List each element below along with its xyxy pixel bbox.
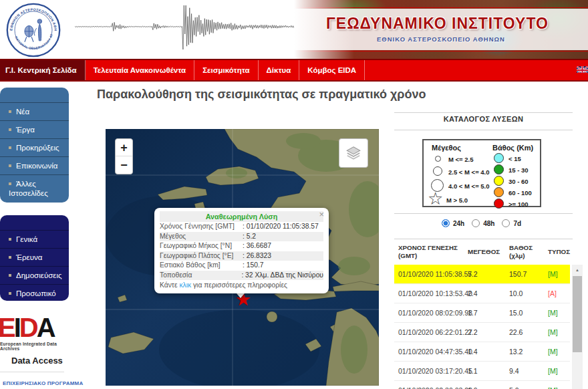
depth-swatch bbox=[494, 187, 504, 197]
sidebar-panel-bottom: Γενικά Έρευνα Δημοσιεύσεις Προσωπικό bbox=[0, 215, 69, 301]
nav-item-home[interactable]: Γ.Ι. Κεντρική Σελίδα bbox=[0, 60, 86, 80]
bullet-icon bbox=[9, 164, 11, 167]
legend-depth-title: Βάθος (Km) bbox=[492, 144, 533, 152]
bullet-icon bbox=[9, 110, 11, 113]
catalog-title: ΚΑΤΑΛΟΓΟΣ ΛΥΣΕΩΝ bbox=[394, 115, 573, 123]
operational-program-label: ΕΠΙΧΕΙΡΗΣΙΑΚΟ ΠΡΟΓΡΑΜΜΑ bbox=[3, 380, 83, 386]
nav-item-announcements[interactable]: Τελευταία Ανακοινωθέντα bbox=[86, 60, 194, 80]
radio-7d[interactable] bbox=[502, 219, 510, 227]
sidebar-item-publications[interactable]: Δημοσιεύσεις bbox=[0, 266, 69, 284]
sidebar-item-contact[interactable]: Επικοινωνία bbox=[0, 156, 69, 174]
table-row[interactable]: 01/10/2020 02:30:03.231.95.0[M] bbox=[394, 381, 570, 389]
legend-label: 15 - 30 bbox=[508, 166, 529, 174]
magnitude-medium-circle bbox=[433, 166, 442, 176]
popup-row-longitude: Γεωγραφικό Μήκος [°N]: 36.6687 bbox=[160, 241, 323, 251]
radio-24h[interactable] bbox=[442, 219, 450, 227]
divider bbox=[394, 239, 573, 239]
popup-row-magnitude: Μέγεθος: 5.2 bbox=[160, 232, 323, 242]
seismicity-map[interactable]: + − ★ × Αναθεωρημένη Λύση Χρόνος Γέννηση… bbox=[106, 129, 379, 386]
popup-row-location: Τοποθεσία: 32 Χλμ. ΔΒΔ της Νισύρου bbox=[160, 271, 323, 281]
depth-swatch bbox=[494, 153, 504, 163]
sidebar-item-news[interactable]: Νέα bbox=[0, 102, 69, 120]
depth-swatch bbox=[494, 164, 504, 174]
popup-row-depth: Εστιακό Βάθος [km]: 150.7 bbox=[160, 261, 323, 271]
nav-item-networks[interactable]: Δίκτυα bbox=[259, 60, 300, 80]
bullet-icon bbox=[9, 128, 11, 131]
legend-magnitude-title: Μέγεθος bbox=[432, 144, 461, 152]
bullet-icon bbox=[9, 238, 11, 241]
popup-footer: Κάντε κλικ για περισσότερες πληροφορίες bbox=[160, 280, 323, 291]
bullet-icon bbox=[9, 292, 11, 295]
data-access-link[interactable]: Data Access bbox=[11, 356, 63, 366]
period-selector: 24h 48h 7d bbox=[394, 219, 573, 227]
table-row[interactable]: 01/10/2020 08:02:09.981.715.0[M] bbox=[394, 303, 570, 323]
observatory-seal-logo[interactable]: ΕΘΝΙΚΟΝ ΑΣΤΕΡΟΣΚΟΠΕΙΟΝ ΑΘΗΝΩΝ NATIONAL O… bbox=[5, 2, 61, 58]
eida-logo[interactable]: EIDA European Integrated Data Archives bbox=[0, 314, 74, 351]
legend-label: M > 5.0 bbox=[446, 197, 468, 204]
eida-caption: European Integrated Data Archives bbox=[0, 342, 74, 351]
depth-swatch bbox=[494, 199, 504, 209]
radio-48h[interactable] bbox=[472, 219, 480, 227]
sidebar-item-other-sites[interactable]: Άλλες Ιστοσελίδες bbox=[0, 174, 69, 202]
radio-7d-label[interactable]: 7d bbox=[513, 220, 521, 227]
table-row[interactable]: 01/10/2020 06:22:01.272.222.6[M] bbox=[394, 323, 570, 342]
bullet-icon bbox=[9, 146, 11, 149]
sidebar-item-tenders[interactable]: Προκηρύξεις bbox=[0, 138, 69, 156]
magnitude-small-circle bbox=[435, 156, 441, 162]
layers-button[interactable] bbox=[339, 138, 368, 168]
zoom-out-button[interactable]: − bbox=[116, 156, 132, 174]
sidebar-item-personnel[interactable]: Προσωπικό bbox=[0, 284, 69, 301]
legend-label: 60 - 100 bbox=[508, 189, 532, 197]
legend-label: >= 100 bbox=[508, 201, 529, 208]
page: ΕΘΝΙΚΟΝ ΑΣΤΕΡΟΣΚΟΠΕΙΟΝ ΑΘΗΝΩΝ NATIONAL O… bbox=[0, 0, 588, 389]
nav-item-seismicity[interactable]: Σεισμικότητα bbox=[194, 60, 258, 80]
sidebar-item-research[interactable]: Έρευνα bbox=[0, 248, 69, 266]
table-row[interactable]: 01/10/2020 04:47:35.401.413.2[M] bbox=[394, 342, 570, 362]
magnitude-star-symbol: ☆ bbox=[428, 190, 443, 207]
sidebar-item-general[interactable]: Γενικά bbox=[0, 230, 69, 248]
earthquake-popup: × Αναθεωρημένη Λύση Χρόνος Γέννησης [GMT… bbox=[154, 208, 329, 293]
table-row[interactable]: 01/10/2020 03:17:20.451.19.4[M] bbox=[394, 362, 570, 381]
legend-label: M <= 2.5 bbox=[448, 156, 474, 163]
solutions-panel: ΚΑΤΑΛΟΓΟΣ ΛΥΣΕΩΝ Μέγεθος M <= 2.5 2.5 < … bbox=[394, 0, 588, 389]
table-row[interactable]: 01/10/2020 11:05:38.575.2150.7[M] bbox=[394, 265, 570, 284]
divider bbox=[394, 112, 573, 113]
nav-item-eida-node[interactable]: Κόμβος EIDA bbox=[299, 60, 365, 80]
divider bbox=[0, 372, 64, 372]
close-icon[interactable]: × bbox=[319, 209, 324, 219]
divider bbox=[394, 130, 573, 130]
depth-swatch bbox=[494, 176, 504, 186]
legend-label: < 15 bbox=[508, 155, 521, 162]
bullet-icon bbox=[9, 256, 11, 259]
sidebar-item-projects[interactable]: Έργα bbox=[0, 120, 69, 138]
table-row[interactable]: 01/10/2020 10:13:53.402.410.0[A] bbox=[394, 284, 570, 303]
legend-label: 30 - 60 bbox=[508, 178, 529, 185]
radio-48h-label[interactable]: 48h bbox=[483, 220, 494, 227]
bullet-icon bbox=[9, 182, 11, 185]
table-scrollbar: ▲ bbox=[572, 265, 583, 389]
sidebar-panel-top: Νέα Έργα Προκηρύξεις Επικοινωνία Άλλες Ι… bbox=[0, 88, 69, 203]
map-legend: Μέγεθος M <= 2.5 2.5 < M <= 4.0 4.0 < M … bbox=[422, 139, 541, 207]
legend-label: 4.0 < M <= 5.0 bbox=[448, 182, 490, 190]
zoom-in-button[interactable]: + bbox=[116, 139, 132, 156]
radio-24h-label[interactable]: 24h bbox=[453, 220, 464, 227]
divider bbox=[394, 213, 573, 214]
bullet-icon bbox=[9, 274, 11, 277]
scrollbar-up-arrow[interactable]: ▲ bbox=[572, 265, 583, 275]
legend-label: 2.5 < M <= 4.0 bbox=[448, 168, 490, 176]
popup-row-latitude: Γεωγραφικό Πλάτος [°E]: 26.8323 bbox=[160, 251, 323, 261]
scrollbar-thumb[interactable] bbox=[573, 276, 582, 352]
map-zoom-control: + − bbox=[115, 138, 133, 174]
earthquake-table: 01/10/2020 11:05:38.575.2150.7[M] 01/10/… bbox=[394, 265, 573, 389]
seismogram-trace bbox=[75, 4, 310, 52]
more-info-link[interactable]: κλικ bbox=[179, 281, 191, 289]
layers-icon bbox=[345, 144, 362, 162]
popup-title: Αναθεωρημένη Λύση bbox=[160, 211, 323, 222]
table-header: ΧΡΟΝΟΣ ΓΕΝΕΣΗΣ(GMT) ΜΕΓΕΘΟΣ ΒΑΘΟΣ(χλμ) Τ… bbox=[394, 241, 573, 264]
popup-row-origin-time: Χρόνος Γέννησης [GMT]: 01/10/2020 11:05:… bbox=[160, 222, 323, 232]
page-title: Παρακολούθηση της σεισμικότητας σε πραγμ… bbox=[97, 88, 426, 102]
